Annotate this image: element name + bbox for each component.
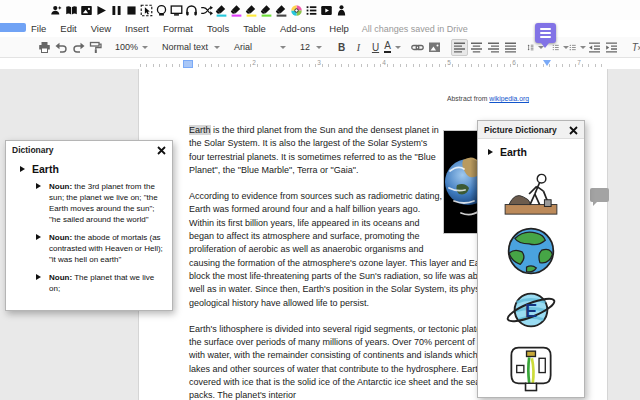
highlighter-cyan-icon[interactable] [215, 4, 228, 17]
print-icon[interactable] [36, 39, 53, 56]
expand-triangle-icon[interactable] [488, 149, 493, 155]
expand-triangle-icon[interactable] [36, 274, 41, 280]
video-player-icon[interactable] [320, 4, 333, 17]
ruler-number: 4 [382, 59, 386, 66]
extension-toolbar [0, 0, 640, 20]
redo-icon[interactable] [70, 39, 87, 56]
zoom-select[interactable]: 100% [112, 42, 151, 52]
highlighter-green-icon[interactable] [260, 4, 273, 17]
dictionary-panel: Dictionary Earth Noun: the 3rd planet fr… [5, 140, 173, 311]
highlighted-word: Earth [189, 125, 211, 135]
screen-mask-icon[interactable] [170, 4, 183, 17]
doc-tab-fragment [0, 23, 26, 32]
screenshot-reader-icon[interactable] [155, 4, 168, 17]
bulleted-list-button[interactable] [569, 39, 586, 56]
color-wheel-icon[interactable] [290, 4, 303, 17]
picture-dictionary-icon[interactable] [80, 4, 93, 17]
dictionary-entry: Noun: the abode of mortals (as contraste… [36, 232, 164, 265]
svg-text:E: E [525, 300, 537, 321]
close-icon[interactable] [569, 126, 578, 135]
person-digging-earth-image[interactable] [502, 171, 560, 217]
screen: File Edit View Insert Format Tools Table… [0, 0, 640, 400]
picture-dictionary-title: Picture Dictionary [484, 125, 557, 135]
earth-globe-image[interactable] [505, 226, 557, 276]
insert-image-icon[interactable] [426, 39, 443, 56]
pause-icon[interactable] [110, 4, 123, 17]
text-color-button[interactable]: A [384, 39, 401, 56]
close-icon[interactable] [157, 146, 166, 155]
right-indent-marker[interactable] [543, 60, 551, 66]
abstract-source-line: Abstract from wikipedia.org [447, 95, 529, 102]
bold-button[interactable]: B [333, 39, 350, 56]
menu-insert[interactable]: Insert [118, 23, 156, 34]
font-size-select[interactable]: 12 [297, 42, 325, 52]
open-book-icon[interactable] [65, 4, 78, 17]
comment-indicator-icon[interactable] [590, 188, 609, 202]
italic-button[interactable]: I [350, 39, 367, 56]
menu-help[interactable]: Help [322, 23, 356, 34]
paint-format-icon[interactable] [87, 39, 104, 56]
dictionary-word-row: Earth [20, 163, 172, 175]
highlighter-dark-icon[interactable] [275, 4, 288, 17]
highlighter-magenta-icon[interactable] [230, 4, 243, 17]
ruler-number: 6 [512, 59, 516, 66]
ruler-number: 2 [252, 59, 256, 66]
left-margin-marker[interactable] [183, 60, 193, 68]
figure-silhouette-icon[interactable] [335, 4, 348, 17]
wikipedia-link[interactable]: wikipedia.org [489, 95, 529, 102]
align-center-button[interactable] [468, 39, 485, 56]
menu-table[interactable]: Table [236, 23, 273, 34]
shuffle-icon[interactable] [200, 4, 213, 17]
menu-view[interactable]: View [84, 23, 118, 34]
highlighter-yellow-icon[interactable] [245, 4, 258, 17]
ruler-number: 7 [577, 59, 581, 66]
menu-file[interactable]: File [24, 23, 53, 34]
stop-icon[interactable] [125, 4, 138, 17]
dictionary-entry: Noun: The planet that we live on; [36, 272, 164, 294]
ruler-ticks [140, 64, 608, 67]
picture-dictionary-panel: Picture Dictionary Earth [477, 120, 585, 398]
dictionary-panel-title: Dictionary [12, 145, 54, 155]
align-right-button[interactable] [485, 39, 502, 56]
increase-indent-button[interactable] [603, 39, 620, 56]
decrease-indent-button[interactable] [586, 39, 603, 56]
menu-tools[interactable]: Tools [200, 23, 236, 34]
font-family-select[interactable]: Arial [231, 42, 289, 52]
ruler-number: 3 [317, 59, 321, 66]
headphones-icon[interactable] [185, 4, 198, 17]
justify-button[interactable] [502, 39, 519, 56]
screen-reader-icon[interactable] [50, 4, 63, 17]
dictionary-entry: Noun: the 3rd planet from the sun; the p… [36, 181, 164, 225]
planet-ring-letter-e-image[interactable]: E [504, 285, 558, 335]
picture-dictionary-word-row: Earth [488, 146, 527, 158]
word-list-icon[interactable] [305, 4, 318, 17]
menu-addons[interactable]: Add-ons [273, 23, 322, 34]
dictionary-word: Earth [32, 163, 59, 175]
clear-formatting-button[interactable]: Tx [628, 39, 640, 56]
expand-triangle-icon[interactable] [20, 166, 25, 172]
menu-edit[interactable]: Edit [53, 23, 83, 34]
extension-popup-icon[interactable] [535, 23, 556, 43]
align-left-button[interactable] [451, 39, 468, 56]
picture-dictionary-word: Earth [500, 146, 527, 158]
paragraph-style-select[interactable]: Normal text [159, 42, 223, 52]
chevron-down-icon [316, 46, 322, 49]
select-cursor-icon[interactable] [140, 4, 153, 17]
chevron-down-icon [214, 46, 220, 49]
underline-button[interactable]: U [367, 39, 384, 56]
electrical-plug-earth-wire-image[interactable] [506, 344, 556, 394]
expand-triangle-icon[interactable] [36, 234, 41, 240]
play-icon[interactable] [95, 4, 108, 17]
extension-popup-pointer [541, 43, 549, 48]
ruler-number: 5 [447, 59, 451, 66]
chevron-down-icon [395, 46, 401, 49]
chevron-down-icon [142, 46, 148, 49]
chevron-down-icon [280, 46, 286, 49]
undo-icon[interactable] [53, 39, 70, 56]
insert-link-icon[interactable] [409, 39, 426, 56]
save-status: All changes saved in Drive [362, 24, 468, 34]
expand-triangle-icon[interactable] [36, 183, 41, 189]
menu-format[interactable]: Format [156, 23, 200, 34]
